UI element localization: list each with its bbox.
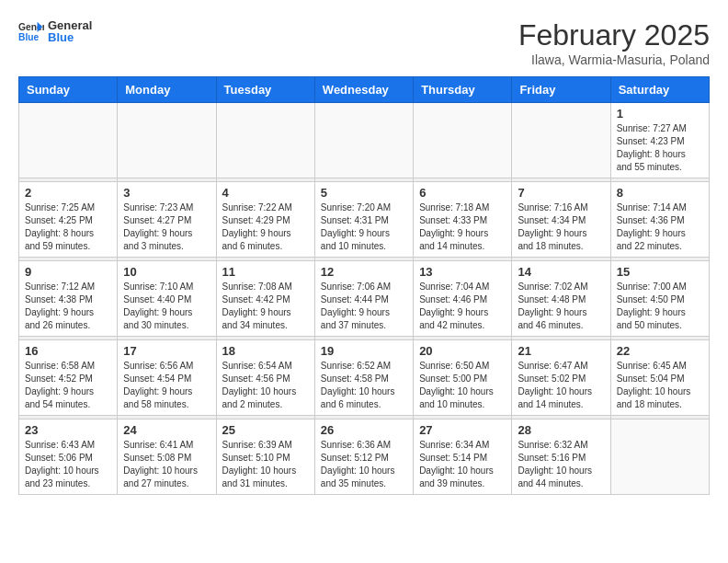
- day-number: 14: [518, 265, 604, 279]
- day-info: Sunrise: 7:18 AM Sunset: 4:33 PM Dayligh…: [419, 201, 506, 253]
- day-info: Sunrise: 7:25 AM Sunset: 4:25 PM Dayligh…: [25, 201, 111, 253]
- day-info: Sunrise: 6:58 AM Sunset: 4:52 PM Dayligh…: [25, 360, 111, 411]
- calendar-cell: 18Sunrise: 6:54 AM Sunset: 4:56 PM Dayli…: [216, 340, 314, 416]
- location-title: Ilawa, Warmia-Masuria, Poland: [518, 52, 710, 67]
- day-number: 8: [617, 186, 703, 200]
- calendar: SundayMondayTuesdayWednesdayThursdayFrid…: [18, 76, 710, 495]
- day-number: 26: [321, 423, 407, 437]
- calendar-cell: 9Sunrise: 7:12 AM Sunset: 4:38 PM Daylig…: [19, 261, 118, 337]
- day-number: 9: [25, 265, 111, 279]
- weekday-header: Friday: [512, 77, 610, 103]
- day-number: 21: [518, 344, 604, 358]
- logo-icon: General Blue: [18, 18, 44, 44]
- day-info: Sunrise: 6:54 AM Sunset: 4:56 PM Dayligh…: [222, 360, 309, 411]
- weekday-header: Saturday: [610, 77, 709, 103]
- calendar-header-row: SundayMondayTuesdayWednesdayThursdayFrid…: [19, 77, 710, 103]
- header: General Blue General Blue February 2025 …: [18, 18, 710, 67]
- day-info: Sunrise: 7:10 AM Sunset: 4:40 PM Dayligh…: [123, 281, 210, 332]
- day-number: 17: [123, 344, 210, 358]
- weekday-header: Wednesday: [314, 77, 413, 103]
- svg-text:Blue: Blue: [18, 32, 40, 42]
- calendar-cell: 21Sunrise: 6:47 AM Sunset: 5:02 PM Dayli…: [512, 340, 610, 416]
- day-info: Sunrise: 7:23 AM Sunset: 4:27 PM Dayligh…: [123, 201, 210, 253]
- day-number: 5: [321, 186, 407, 200]
- calendar-cell: 12Sunrise: 7:06 AM Sunset: 4:44 PM Dayli…: [314, 261, 413, 337]
- calendar-cell: [118, 103, 216, 178]
- calendar-cell: 7Sunrise: 7:16 AM Sunset: 4:34 PM Daylig…: [512, 182, 610, 258]
- day-info: Sunrise: 7:27 AM Sunset: 4:23 PM Dayligh…: [617, 122, 703, 174]
- calendar-cell: 3Sunrise: 7:23 AM Sunset: 4:27 PM Daylig…: [118, 182, 216, 258]
- day-info: Sunrise: 7:16 AM Sunset: 4:34 PM Dayligh…: [518, 201, 604, 253]
- day-info: Sunrise: 6:39 AM Sunset: 5:10 PM Dayligh…: [222, 439, 309, 490]
- calendar-cell: 25Sunrise: 6:39 AM Sunset: 5:10 PM Dayli…: [216, 419, 314, 495]
- day-info: Sunrise: 6:45 AM Sunset: 5:04 PM Dayligh…: [617, 360, 703, 411]
- calendar-cell: 22Sunrise: 6:45 AM Sunset: 5:04 PM Dayli…: [610, 340, 709, 416]
- day-info: Sunrise: 7:22 AM Sunset: 4:29 PM Dayligh…: [222, 201, 309, 253]
- day-number: 18: [222, 344, 309, 358]
- calendar-week-row: 9Sunrise: 7:12 AM Sunset: 4:38 PM Daylig…: [19, 261, 710, 337]
- calendar-cell: 15Sunrise: 7:00 AM Sunset: 4:50 PM Dayli…: [610, 261, 709, 337]
- calendar-cell: 26Sunrise: 6:36 AM Sunset: 5:12 PM Dayli…: [314, 419, 413, 495]
- weekday-header: Monday: [118, 77, 216, 103]
- day-number: 20: [419, 344, 506, 358]
- calendar-cell: [19, 103, 118, 178]
- calendar-cell: 4Sunrise: 7:22 AM Sunset: 4:29 PM Daylig…: [216, 182, 314, 258]
- weekday-header: Thursday: [414, 77, 512, 103]
- day-number: 10: [123, 265, 210, 279]
- day-info: Sunrise: 6:43 AM Sunset: 5:06 PM Dayligh…: [25, 439, 111, 490]
- day-number: 2: [25, 186, 111, 200]
- calendar-cell: 24Sunrise: 6:41 AM Sunset: 5:08 PM Dayli…: [118, 419, 216, 495]
- calendar-cell: 5Sunrise: 7:20 AM Sunset: 4:31 PM Daylig…: [314, 182, 413, 258]
- calendar-cell: 16Sunrise: 6:58 AM Sunset: 4:52 PM Dayli…: [19, 340, 118, 416]
- calendar-cell: [216, 103, 314, 178]
- day-info: Sunrise: 7:14 AM Sunset: 4:36 PM Dayligh…: [617, 201, 703, 253]
- day-info: Sunrise: 6:47 AM Sunset: 5:02 PM Dayligh…: [518, 360, 604, 411]
- weekday-header: Tuesday: [216, 77, 314, 103]
- calendar-cell: 20Sunrise: 6:50 AM Sunset: 5:00 PM Dayli…: [414, 340, 512, 416]
- calendar-cell: 13Sunrise: 7:04 AM Sunset: 4:46 PM Dayli…: [414, 261, 512, 337]
- logo: General Blue General Blue: [18, 18, 92, 44]
- day-info: Sunrise: 6:41 AM Sunset: 5:08 PM Dayligh…: [123, 439, 210, 490]
- day-info: Sunrise: 6:52 AM Sunset: 4:58 PM Dayligh…: [321, 360, 407, 411]
- month-title: February 2025: [518, 18, 710, 52]
- logo-blue: Blue: [48, 30, 92, 44]
- weekday-header: Sunday: [19, 77, 118, 103]
- calendar-cell: 2Sunrise: 7:25 AM Sunset: 4:25 PM Daylig…: [19, 182, 118, 258]
- day-number: 15: [617, 265, 703, 279]
- day-number: 16: [25, 344, 111, 358]
- calendar-week-row: 16Sunrise: 6:58 AM Sunset: 4:52 PM Dayli…: [19, 340, 710, 416]
- calendar-cell: 14Sunrise: 7:02 AM Sunset: 4:48 PM Dayli…: [512, 261, 610, 337]
- day-number: 24: [123, 423, 210, 437]
- day-info: Sunrise: 6:56 AM Sunset: 4:54 PM Dayligh…: [123, 360, 210, 411]
- day-number: 22: [617, 344, 703, 358]
- calendar-cell: [512, 103, 610, 178]
- calendar-cell: 19Sunrise: 6:52 AM Sunset: 4:58 PM Dayli…: [314, 340, 413, 416]
- day-info: Sunrise: 7:12 AM Sunset: 4:38 PM Dayligh…: [25, 281, 111, 332]
- day-number: 7: [518, 186, 604, 200]
- calendar-cell: 17Sunrise: 6:56 AM Sunset: 4:54 PM Dayli…: [118, 340, 216, 416]
- day-number: 27: [419, 423, 506, 437]
- title-area: February 2025 Ilawa, Warmia-Masuria, Pol…: [518, 18, 710, 67]
- day-info: Sunrise: 6:32 AM Sunset: 5:16 PM Dayligh…: [518, 439, 604, 490]
- calendar-week-row: 2Sunrise: 7:25 AM Sunset: 4:25 PM Daylig…: [19, 182, 710, 258]
- calendar-cell: 23Sunrise: 6:43 AM Sunset: 5:06 PM Dayli…: [19, 419, 118, 495]
- calendar-cell: 28Sunrise: 6:32 AM Sunset: 5:16 PM Dayli…: [512, 419, 610, 495]
- day-info: Sunrise: 7:02 AM Sunset: 4:48 PM Dayligh…: [518, 281, 604, 332]
- day-number: 25: [222, 423, 309, 437]
- day-number: 28: [518, 423, 604, 437]
- day-info: Sunrise: 7:06 AM Sunset: 4:44 PM Dayligh…: [321, 281, 407, 332]
- calendar-cell: [314, 103, 413, 178]
- day-number: 13: [419, 265, 506, 279]
- day-number: 3: [123, 186, 210, 200]
- calendar-week-row: 1Sunrise: 7:27 AM Sunset: 4:23 PM Daylig…: [19, 103, 710, 178]
- calendar-cell: 8Sunrise: 7:14 AM Sunset: 4:36 PM Daylig…: [610, 182, 709, 258]
- day-info: Sunrise: 7:08 AM Sunset: 4:42 PM Dayligh…: [222, 281, 309, 332]
- calendar-cell: [414, 103, 512, 178]
- calendar-cell: 6Sunrise: 7:18 AM Sunset: 4:33 PM Daylig…: [414, 182, 512, 258]
- day-number: 12: [321, 265, 407, 279]
- day-number: 4: [222, 186, 309, 200]
- day-info: Sunrise: 7:00 AM Sunset: 4:50 PM Dayligh…: [617, 281, 703, 332]
- calendar-cell: 27Sunrise: 6:34 AM Sunset: 5:14 PM Dayli…: [414, 419, 512, 495]
- calendar-cell: 11Sunrise: 7:08 AM Sunset: 4:42 PM Dayli…: [216, 261, 314, 337]
- day-info: Sunrise: 7:20 AM Sunset: 4:31 PM Dayligh…: [321, 201, 407, 253]
